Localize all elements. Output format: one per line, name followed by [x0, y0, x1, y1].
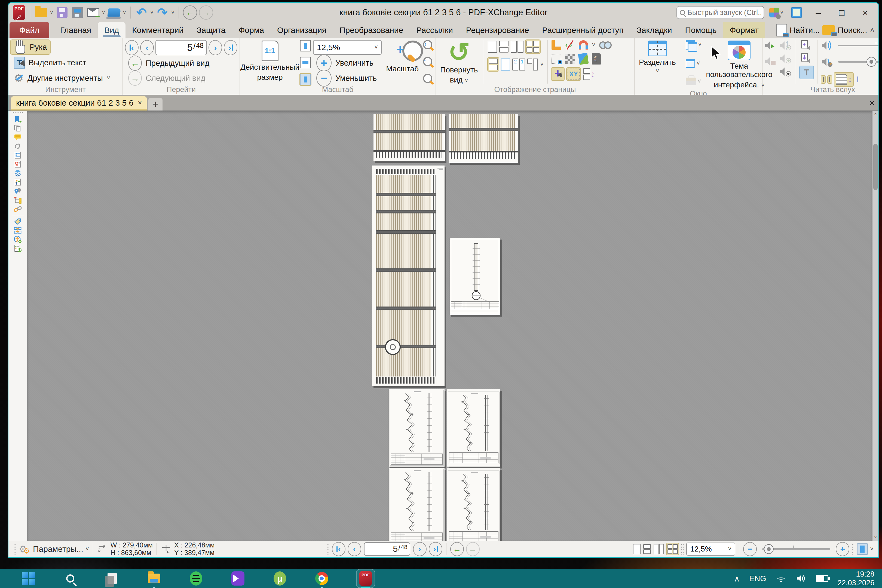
pdf-page-10[interactable]: [447, 468, 500, 541]
continuous-facing-icon[interactable]: [488, 58, 499, 71]
status-continuous-icon[interactable]: [643, 544, 651, 554]
comments-panel-button[interactable]: [11, 133, 24, 141]
rotate-view-button[interactable]: ↺ Повернуть вид ˅: [438, 40, 480, 85]
magnet-chevron[interactable]: ˅: [592, 42, 596, 48]
zoom-level-combo[interactable]: 12,5%˅: [313, 40, 382, 55]
fit-width-button[interactable]: [300, 57, 311, 68]
read-document-button[interactable]: [828, 76, 832, 83]
new-tab-button[interactable]: +: [148, 98, 162, 111]
search-input[interactable]: [687, 9, 761, 17]
pdf-page-5-current[interactable]: [372, 165, 444, 386]
content-panel-button[interactable]: T: [11, 178, 24, 186]
status-single-page-icon[interactable]: [633, 544, 640, 554]
first-page-button[interactable]: ‹: [125, 40, 138, 55]
pdf-page-7[interactable]: [389, 389, 444, 466]
export-button[interactable]: [107, 5, 121, 20]
read-to-end-button[interactable]: [800, 53, 812, 64]
split-button[interactable]: Разделить ˅: [637, 40, 678, 75]
open-menu-chevron[interactable]: ˅: [50, 9, 53, 15]
tags-panel-button[interactable]: [11, 217, 24, 225]
accessibility-report-panel-button[interactable]: [11, 244, 24, 252]
document-canvas[interactable]: [27, 111, 873, 541]
tab-bookmarks[interactable]: Закладки: [630, 22, 679, 38]
read-settings-button[interactable]: [856, 76, 860, 83]
cover-mode-icon[interactable]: [527, 58, 538, 70]
tab-home[interactable]: Главная: [54, 22, 98, 38]
two-page-grid-icon[interactable]: [526, 40, 540, 53]
order-panel-button[interactable]: Z: [11, 226, 24, 234]
status-prev-page-button[interactable]: ‹: [348, 542, 361, 556]
signatures-panel-button[interactable]: [11, 160, 24, 168]
zoom-slider[interactable]: [762, 548, 830, 550]
tabbar-close-icon[interactable]: ×: [869, 98, 874, 108]
next-page-button[interactable]: ›: [208, 40, 222, 55]
status-next-page-button[interactable]: ›: [413, 542, 427, 556]
two-pages-icon[interactable]: [511, 41, 524, 53]
arrange-windows-button[interactable]: [789, 5, 804, 20]
tab-comment[interactable]: Комментарий: [126, 22, 190, 38]
tab-view[interactable]: Вид: [98, 22, 126, 38]
document-tab-close-icon[interactable]: ×: [138, 99, 142, 107]
previous-view-button[interactable]: ←Предыдущий вид: [125, 56, 237, 70]
status-next-view-button[interactable]: →: [466, 542, 480, 556]
read-back-button[interactable]: [779, 40, 792, 51]
scroll-down-icon[interactable]: ˅: [873, 535, 879, 540]
tab-convert[interactable]: Преобразование: [333, 22, 410, 38]
email-menu-chevron[interactable]: ˅: [102, 9, 105, 15]
quick-launch-search[interactable]: [676, 6, 764, 19]
app-logo-icon[interactable]: PDF: [12, 5, 26, 20]
tile-windows-button[interactable]: ˅: [686, 59, 702, 68]
wifi-icon[interactable]: [776, 574, 786, 582]
statusbar-drag-handle[interactable]: [14, 544, 16, 555]
maximize-button[interactable]: □: [832, 5, 851, 20]
options-button[interactable]: Параметры...: [33, 544, 83, 554]
snap-icon[interactable]: [565, 40, 575, 50]
tab-file[interactable]: Файл: [9, 22, 49, 38]
tray-chevron-icon[interactable]: ∧: [734, 574, 740, 584]
tab-help[interactable]: Помощь: [679, 22, 723, 38]
status-last-page-button[interactable]: ›: [429, 542, 442, 556]
spotify-button[interactable]: [189, 572, 203, 585]
read-forward-button[interactable]: [779, 53, 792, 64]
fit-page-status-button[interactable]: [857, 543, 868, 555]
read-current-page-button[interactable]: [821, 76, 825, 83]
undo-menu-chevron[interactable]: ˅: [150, 9, 154, 15]
open-button[interactable]: [34, 5, 48, 20]
layout-options-chevron[interactable]: ˅: [540, 62, 544, 68]
redo-button[interactable]: ↷: [156, 5, 169, 20]
statusbar-drag-handle[interactable]: [681, 544, 684, 555]
crosshair-tool[interactable]: +: [552, 68, 564, 80]
battery-icon[interactable]: [816, 575, 828, 582]
magnet-icon[interactable]: [579, 40, 588, 50]
scrollbar-thumb[interactable]: [873, 144, 878, 190]
fit-options-chevron[interactable]: ˅: [870, 546, 873, 552]
single-page-icon[interactable]: [488, 41, 497, 53]
statusbar-drag-handle[interactable]: [326, 544, 330, 555]
ruler-icon[interactable]: [552, 40, 561, 50]
status-zoom-combo[interactable]: 12,5%˅: [686, 543, 735, 556]
right-to-left-icon[interactable]: 21: [512, 58, 525, 70]
status-two-pages-icon[interactable]: [654, 544, 664, 554]
page-number-field[interactable]: 5/48: [156, 40, 207, 55]
actual-size-button[interactable]: 1:1 Действительныйразмер: [242, 40, 298, 82]
zoom-slider-knob[interactable]: [764, 544, 774, 554]
ui-theme-button[interactable]: ˅: [768, 5, 784, 20]
zoom-out-slider-button[interactable]: −: [743, 542, 757, 556]
collapse-ribbon-chevron[interactable]: ˄: [870, 26, 874, 34]
read-play-button[interactable]: [765, 40, 777, 51]
export-menu-chevron[interactable]: ˅: [123, 9, 126, 15]
start-button[interactable]: [21, 572, 35, 585]
select-text-button[interactable]: TВыделить текст: [10, 56, 90, 70]
fit-page-button[interactable]: [300, 40, 311, 51]
tab-review[interactable]: Рецензирование: [459, 22, 536, 38]
status-previous-view-button[interactable]: ←: [450, 542, 464, 556]
dynamic-zoom-icon[interactable]: ↕: [423, 40, 434, 51]
tab-format[interactable]: Формат: [723, 22, 765, 38]
bookmarks-panel-button[interactable]: [11, 115, 24, 123]
fit-visible-button[interactable]: [300, 74, 311, 85]
read-selection-button[interactable]: ↕: [834, 73, 853, 86]
status-first-page-button[interactable]: ‹: [332, 542, 345, 556]
grid-icon[interactable]: [552, 54, 561, 64]
save-button[interactable]: [55, 5, 69, 20]
hand-tool-button[interactable]: Рука: [10, 40, 50, 54]
